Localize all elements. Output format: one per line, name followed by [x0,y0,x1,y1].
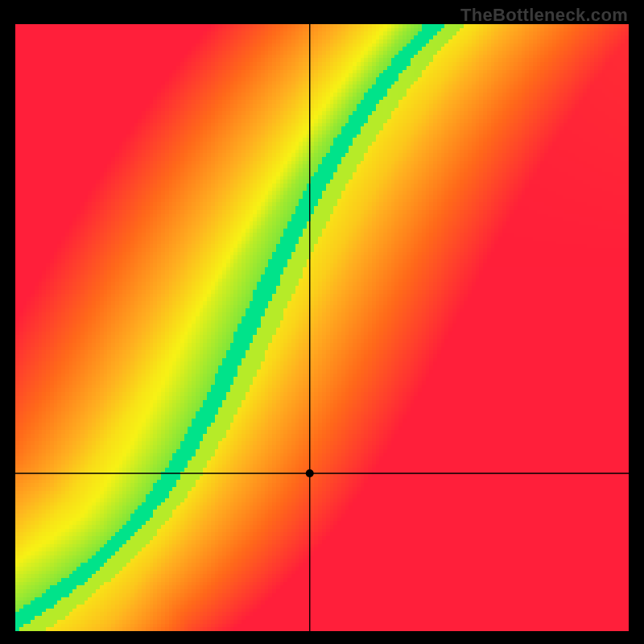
bottleneck-heatmap [0,0,644,644]
watermark-text: TheBottleneck.com [460,5,628,26]
chart-stage: TheBottleneck.com [0,0,644,644]
